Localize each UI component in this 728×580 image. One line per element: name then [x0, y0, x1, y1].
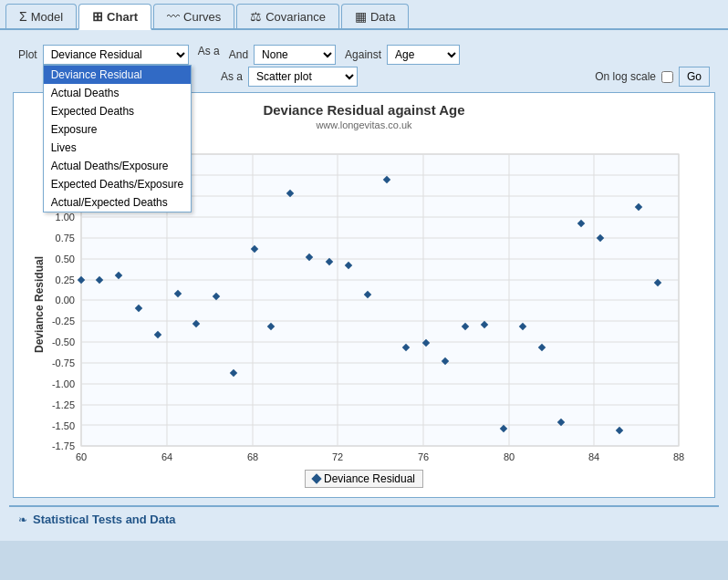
dropdown-item-expected-deaths[interactable]: Expected Deaths: [44, 102, 191, 120]
dropdown-item-actual-deaths-exposure[interactable]: Actual Deaths/Exposure: [44, 157, 191, 175]
asa-group-right: As a Scatter plot: [221, 67, 358, 87]
svg-text:72: 72: [332, 451, 343, 462]
and-group: And None: [229, 45, 336, 65]
main-content: Plot Deviance Residual Actual Deaths Exp…: [0, 30, 728, 541]
statistical-tests-section[interactable]: ❧ Statistical Tests and Data: [9, 505, 719, 532]
expand-icon: ❧: [18, 513, 27, 526]
chart-legend: Deviance Residual: [23, 470, 705, 488]
log-scale-group: On log scale Go: [595, 67, 710, 87]
plot-dropdown-menu: Deviance Residual Actual Deaths Expected…: [43, 65, 192, 212]
svg-text:84: 84: [588, 451, 599, 462]
svg-text:64: 64: [161, 451, 172, 462]
dropdown-item-actual-deaths[interactable]: Actual Deaths: [44, 84, 191, 102]
tab-chart[interactable]: ⊞ Chart: [78, 4, 151, 30]
dropdown-item-exposure[interactable]: Exposure: [44, 120, 191, 139]
asa-label-right: As a: [221, 70, 243, 83]
asa-select[interactable]: Scatter plot: [248, 67, 358, 87]
legend-item-deviance-residual: Deviance Residual: [305, 470, 423, 488]
svg-text:76: 76: [418, 451, 429, 462]
tab-bar: Σ Model ⊞ Chart 〰 Curves ⚖ Covariance ▦ …: [0, 0, 728, 30]
svg-text:80: 80: [504, 451, 515, 462]
plot-group: Plot Deviance Residual Actual Deaths Exp…: [18, 45, 189, 65]
against-group: Against Age: [345, 45, 460, 65]
svg-text:-1.00: -1.00: [52, 378, 75, 389]
plot-select[interactable]: Deviance Residual Actual Deaths Expected…: [43, 45, 189, 65]
and-label: And: [229, 48, 248, 61]
legend-label: Deviance Residual: [324, 472, 415, 485]
curves-icon: 〰: [167, 9, 180, 24]
svg-text:0.00: 0.00: [56, 295, 75, 306]
svg-text:-1.25: -1.25: [52, 399, 75, 410]
tab-curves[interactable]: 〰 Curves: [153, 4, 234, 28]
svg-text:-0.50: -0.50: [52, 337, 75, 347]
model-icon: Σ: [19, 9, 27, 24]
against-select[interactable]: Age: [387, 45, 460, 65]
svg-text:0.25: 0.25: [56, 274, 75, 285]
asa-label-left: As a: [198, 45, 220, 57]
asa-group-left: As a: [198, 45, 220, 57]
log-scale-checkbox[interactable]: [661, 71, 673, 83]
svg-text:88: 88: [673, 451, 684, 462]
dropdown-item-actual-expected-deaths[interactable]: Actual/Expected Deaths: [44, 193, 191, 212]
svg-text:1.00: 1.00: [56, 212, 75, 223]
go-button[interactable]: Go: [679, 67, 710, 87]
tab-covariance-label: Covariance: [265, 10, 326, 24]
tab-chart-label: Chart: [107, 10, 138, 24]
dropdown-item-lives[interactable]: Lives: [44, 139, 191, 157]
data-icon: ▦: [355, 9, 367, 24]
svg-text:-0.75: -0.75: [52, 357, 75, 368]
and-select[interactable]: None: [254, 45, 336, 65]
svg-text:-0.25: -0.25: [52, 316, 75, 326]
tab-data[interactable]: ▦ Data: [341, 4, 409, 28]
statistical-tests-title: Statistical Tests and Data: [33, 513, 176, 526]
tab-model-label: Model: [31, 10, 63, 24]
svg-text:68: 68: [247, 451, 258, 462]
legend-dot: [311, 473, 321, 483]
svg-text:0.50: 0.50: [56, 254, 75, 264]
controls-bar: Plot Deviance Residual Actual Deaths Exp…: [9, 39, 719, 70]
svg-text:60: 60: [76, 451, 87, 462]
chart-icon: ⊞: [92, 9, 103, 24]
dropdown-item-deviance-residual[interactable]: Deviance Residual: [44, 66, 191, 84]
plot-dropdown-container: Deviance Residual Actual Deaths Expected…: [43, 45, 189, 65]
svg-text:-1.50: -1.50: [52, 420, 75, 431]
svg-text:-1.75: -1.75: [52, 440, 75, 451]
against-label: Against: [345, 48, 381, 61]
tab-curves-label: Curves: [183, 10, 221, 24]
plot-label: Plot: [18, 48, 37, 61]
dropdown-item-expected-deaths-exposure[interactable]: Expected Deaths/Exposure: [44, 175, 191, 193]
svg-text:0.75: 0.75: [56, 233, 75, 243]
tab-model[interactable]: Σ Model: [5, 4, 77, 28]
covariance-icon: ⚖: [250, 9, 262, 24]
tab-data-label: Data: [370, 10, 395, 24]
log-scale-label: On log scale: [595, 70, 656, 83]
svg-text:Deviance Residual: Deviance Residual: [33, 256, 46, 353]
tab-covariance[interactable]: ⚖ Covariance: [236, 4, 339, 28]
